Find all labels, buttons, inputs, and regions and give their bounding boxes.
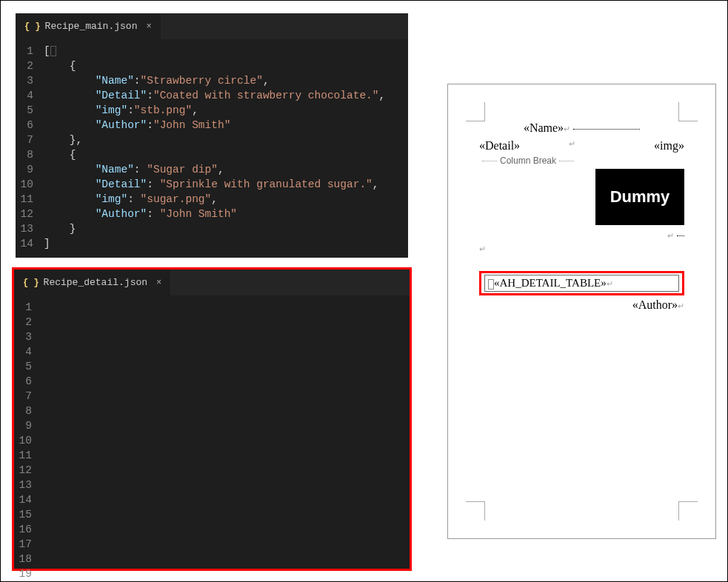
dummy-label: Dummy [610, 187, 670, 207]
tab-bar: { } Recipe_detail.json × [14, 270, 410, 295]
leader-dots [573, 129, 640, 130]
return-mark-icon: ↵ [678, 301, 684, 310]
editor-recipe-main: { } Recipe_main.json × 12345678910111213… [16, 13, 408, 258]
margin-corner-icon [466, 501, 485, 521]
return-mark-icon: ↵ [569, 139, 575, 153]
return-mark-icon: ↵ [667, 231, 674, 240]
merge-field-img: «img» [654, 139, 684, 153]
merge-field-author: «Author» [632, 298, 678, 311]
code-content [42, 300, 410, 581]
tab-recipe-detail[interactable]: { } Recipe_detail.json × [14, 270, 170, 295]
margin-corner-icon [678, 501, 698, 521]
tab-label: Recipe_main.json [45, 21, 138, 32]
tab-bar: { } Recipe_main.json × [16, 13, 408, 39]
detail-table-field-highlight: «AH_DETAIL_TABLE»↵ [479, 271, 684, 295]
name-field-row: «Name»↵ [479, 121, 684, 135]
merge-field-detail: «Detail» [479, 139, 520, 153]
merge-field-name: «Name» [524, 121, 564, 134]
dummy-image-placeholder: Dummy [595, 169, 684, 225]
close-icon[interactable]: × [152, 278, 161, 288]
cursor-icon [488, 279, 494, 290]
margin-corner-icon [678, 102, 698, 121]
detail-img-row: «Detail»↵ «img» [479, 139, 684, 153]
tab-recipe-main[interactable]: { } Recipe_main.json × [16, 13, 161, 39]
line-gutter: 12345678910111213141516171819 [14, 300, 42, 581]
author-field-row: «Author»↵ [479, 298, 684, 312]
template-content: «Name»↵ «Detail»↵ «img» Column Break Dum… [479, 121, 684, 312]
line-gutter: 1234567891011121314 [16, 44, 44, 251]
tab-label: Recipe_detail.json [44, 277, 147, 288]
merge-field-detail-table: «AH_DETAIL_TABLE» [494, 277, 607, 289]
return-mark-icon: ↵ [479, 244, 486, 253]
json-file-icon: { } [24, 21, 41, 32]
column-break-marker: Column Break [479, 155, 684, 166]
code-area-main[interactable]: 1234567891011121314 [ { "Name":"Strawber… [16, 39, 408, 251]
column-break-label: Column Break [500, 155, 556, 166]
return-mark-icon: ↵ [564, 124, 570, 133]
json-file-icon: { } [23, 278, 39, 288]
template-document: «Name»↵ «Detail»↵ «img» Column Break Dum… [447, 84, 716, 539]
return-mark-icon: ↵ [607, 279, 613, 288]
code-area-detail[interactable]: 12345678910111213141516171819 [14, 295, 410, 581]
margin-corner-icon [466, 102, 485, 121]
code-content: [ { "Name":"Strawberry circle", "Detail"… [44, 44, 408, 251]
editor-recipe-detail: { } Recipe_detail.json × 123456789101112… [12, 267, 412, 571]
close-icon[interactable]: × [141, 21, 151, 32]
